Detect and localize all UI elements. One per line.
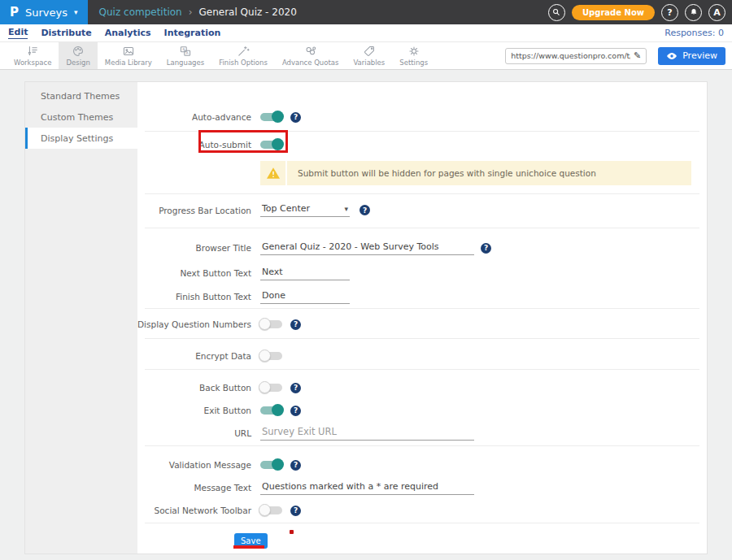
toggle-knob [272,138,284,150]
search-icon [551,7,561,17]
responses-count[interactable]: Responses: 0 [664,28,724,38]
exit-url-label: URL [137,428,251,438]
notifications-button[interactable] [685,4,702,21]
svg-text:a: a [182,47,185,51]
preview-button[interactable]: Preview [658,47,725,65]
languages-icon: a A [179,45,192,58]
exit-button-row: Exit Button [137,401,707,420]
exit-button-label: Exit Button [137,406,251,415]
svg-text:A: A [186,51,190,55]
validation-message-row: Validation Message [137,455,707,475]
toolbar-item-advance-quotas[interactable]: Advance Quotas [275,42,346,69]
help-button[interactable] [661,4,678,21]
browser-title-row: Browser Title [137,237,707,258]
help-icon[interactable] [290,112,301,123]
section-divider [145,445,699,446]
eye-icon [666,52,678,60]
toolbar-item-settings[interactable]: Settings [392,42,435,69]
breadcrumb-separator-icon: › [189,7,193,18]
exit-button-toggle[interactable] [260,406,282,415]
auto-submit-toggle[interactable] [260,141,282,149]
encrypt-data-toggle[interactable] [260,352,282,360]
breadcrumb: Quiz competition › General Quiz - 2020 [99,7,297,18]
top-header: P Surveys ▾ Quiz competition › General Q… [0,0,732,24]
section-divider [145,308,699,309]
message-text-row: Message Text [137,477,707,498]
exit-url-row: URL [137,423,707,444]
edit-url-icon[interactable]: ✎ [634,50,641,61]
toolbar-item-finish-options[interactable]: Finish Options [211,42,275,69]
breadcrumb-parent[interactable]: Quiz competition [99,7,182,18]
progress-bar-location-select[interactable]: Top Center ▾ [260,203,350,217]
save-button[interactable]: Save [234,533,268,549]
progress-bar-location-row: Progress Bar Location Top Center ▾ [137,200,707,220]
encrypt-data-row: Encrypt Data [137,346,707,366]
nav-tab-analytics[interactable]: Analytics [105,28,151,39]
product-menu[interactable]: P Surveys ▾ [0,0,88,24]
help-icon[interactable] [290,506,301,516]
toolbar-item-media-library[interactable]: Media Library [98,42,159,69]
help-icon[interactable] [290,319,301,330]
chevron-down-icon: ▾ [74,8,78,16]
nav-tab-distribute[interactable]: Distribute [41,28,91,39]
questionpro-logo: P [10,5,19,20]
toggle-knob [272,111,284,123]
browser-title-input[interactable] [260,241,474,255]
sidebar-item-custom-themes[interactable]: Custom Themes [25,106,137,128]
message-text-input[interactable] [260,480,474,495]
variables-icon [363,45,376,58]
toggle-knob [272,458,284,471]
section-divider [145,369,699,370]
back-button-toggle[interactable] [260,384,282,392]
toolbar-item-languages[interactable]: a A Languages [159,42,211,69]
toggle-knob [259,349,271,362]
display-question-numbers-row: Display Question Numbers [137,315,707,334]
themes-sidebar: Standard Themes Custom Themes Display Se… [25,82,137,553]
exit-url-input[interactable] [260,426,474,441]
chevron-down-icon: ▾ [344,205,348,213]
help-icon[interactable] [481,243,491,254]
toolbar-item-design[interactable]: Design [59,42,97,69]
survey-url-input[interactable] [511,51,630,60]
toolbar-item-variables[interactable]: Variables [346,42,392,69]
social-network-toolbar-label: Social Network Toolbar [137,506,251,515]
browser-title-label: Browser Title [137,243,251,253]
encrypt-data-label: Encrypt Data [137,351,251,361]
help-icon[interactable] [359,205,370,215]
auto-advance-toggle[interactable] [260,113,282,121]
help-icon[interactable] [290,406,301,416]
social-network-toolbar-toggle[interactable] [260,506,282,514]
nav-tab-edit[interactable]: Edit [8,27,28,39]
settings-form: Auto-advance Auto-submit Submit button w… [137,82,707,553]
avatar[interactable]: A [708,4,725,21]
survey-url-box: ✎ [505,48,647,64]
next-button-text-input[interactable] [260,266,350,280]
bell-icon [689,7,699,17]
next-button-text-label: Next Button Text [137,268,251,278]
section-divider [145,193,699,194]
validation-message-toggle[interactable] [260,461,282,469]
progress-bar-location-value: Top Center [262,203,310,214]
toggle-knob [272,404,284,416]
toolbar-item-workspace[interactable]: Workspace [7,42,59,69]
sidebar-item-display-settings[interactable]: Display Settings [25,128,137,149]
display-question-numbers-toggle[interactable] [260,320,282,328]
advance-quotas-icon [304,45,317,58]
upgrade-now-button[interactable]: Upgrade Now [572,5,655,20]
help-icon[interactable] [290,460,301,471]
toggle-knob [259,318,271,330]
validation-message-label: Validation Message [137,460,251,470]
preview-button-label: Preview [682,50,717,61]
sidebar-item-standard-themes[interactable]: Standard Themes [25,85,137,106]
nav-tab-integration[interactable]: Integration [164,28,221,39]
section-divider [145,523,699,523]
section-divider [145,131,699,132]
finish-button-text-row: Finish Button Text [137,286,707,307]
breadcrumb-current: General Quiz - 2020 [199,7,297,18]
help-icon[interactable] [290,383,301,393]
finish-button-text-input[interactable] [260,289,350,304]
design-icon [72,45,85,58]
main-nav: Edit Distribute Analytics Integration Re… [0,24,732,42]
warning-icon [266,167,281,180]
search-button[interactable] [548,4,565,21]
